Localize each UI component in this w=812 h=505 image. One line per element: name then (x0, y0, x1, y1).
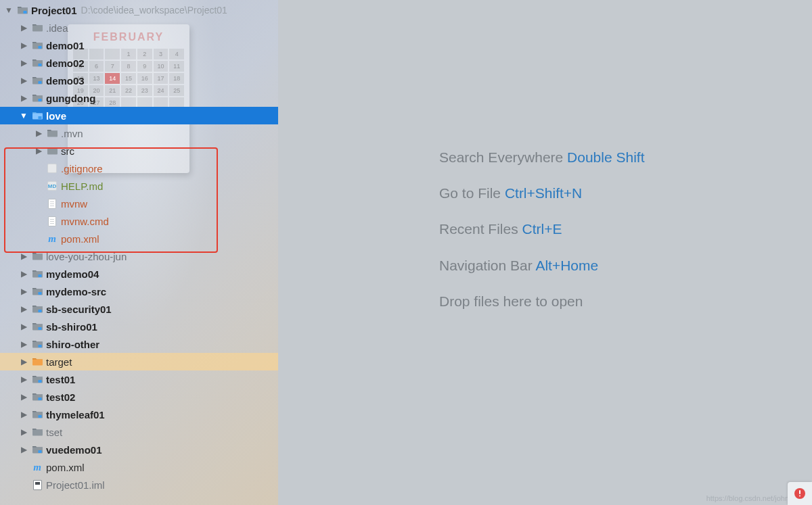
tree-node-label: thymeleaf01 (46, 409, 105, 420)
welcome-tip: Go to File Ctrl+Shift+N (439, 185, 785, 201)
svg-rect-26 (32, 360, 43, 366)
tree-node-label: target (46, 356, 72, 368)
status-error-indicator[interactable] (788, 482, 812, 505)
maven-file-icon: m (31, 461, 43, 473)
module-folder-icon (31, 373, 43, 385)
module-folder-icon (31, 39, 43, 51)
tree-node-vuedemo[interactable]: ▶ vuedemo01 (0, 441, 278, 458)
tree-node-idea[interactable]: ▶ .idea (0, 19, 278, 37)
module-folder-icon (31, 320, 43, 333)
tree-node-demo02[interactable]: ▶ demo02 (0, 54, 278, 72)
project-tree[interactable]: ▼ Project01D:\code\idea_workspace\Projec… (0, 0, 278, 505)
tree-node-shiroother[interactable]: ▶ shiro-other (0, 335, 278, 353)
tree-node-mvn[interactable]: ▶ .mvn (0, 124, 278, 142)
module-folder-icon (31, 285, 43, 297)
expand-toggle[interactable]: ▶ (19, 269, 28, 279)
svg-rect-13 (47, 131, 58, 137)
expand-toggle[interactable]: ▶ (19, 339, 28, 349)
tree-node-sbshiro[interactable]: ▶ sb-shiro01 (0, 318, 278, 335)
tree-node-mydemo04[interactable]: ▶ mydemo04 (0, 265, 278, 283)
tree-node-tset[interactable]: ▶ tset (0, 423, 278, 441)
expand-toggle[interactable]: ▶ (19, 357, 28, 366)
tree-node-demo03[interactable]: ▶ demo03 (0, 72, 278, 89)
svg-rect-30 (38, 398, 41, 400)
tree-node-gungdong[interactable]: ▶ gungdong (0, 89, 278, 107)
tree-node-src[interactable]: ▶ src (0, 142, 278, 160)
tree-node-mvnw[interactable]: ▶mvnw (0, 195, 278, 212)
folder-icon (46, 127, 58, 139)
tree-node-root[interactable]: ▼ Project01D:\code\idea_workspace\Projec… (0, 1, 278, 19)
expand-toggle[interactable]: ▶ (19, 76, 28, 85)
expand-toggle[interactable]: ▶ (19, 410, 28, 419)
tip-shortcut: Ctrl+Shift+N (505, 185, 582, 201)
expand-toggle[interactable]: ▶ (19, 304, 28, 314)
expand-toggle[interactable]: ▶ (19, 251, 28, 261)
svg-rect-6 (38, 64, 41, 66)
tree-node-label: mvnw (61, 198, 87, 210)
project-tree-panel[interactable]: FEBRUARY 1234567891011121314151617181920… (0, 0, 278, 505)
expand-toggle[interactable]: ▶ (19, 23, 28, 32)
tree-node-thyme[interactable]: ▶ thymeleaf01 (0, 406, 278, 423)
editor-empty-area[interactable]: Search Everywhere Double ShiftGo to File… (278, 0, 812, 505)
module-folder-icon (31, 443, 43, 456)
expand-toggle[interactable]: ▶ (19, 58, 28, 68)
tree-node-pom-root[interactable]: ▶mpom.xml (0, 458, 278, 476)
tree-node-mvnwcmd[interactable]: ▶mvnw.cmd (0, 212, 278, 230)
svg-rect-32 (38, 415, 41, 418)
tree-node-loveyou[interactable]: ▶ love-you-zhou-jun (0, 247, 278, 265)
tree-node-mydemosrc[interactable]: ▶ mydemo-src (0, 283, 278, 300)
expand-toggle[interactable]: ▶ (19, 375, 28, 384)
iml-file-icon (31, 479, 43, 491)
tree-node-label: shiro-other (46, 339, 99, 350)
app-root: FEBRUARY 1234567891011121314151617181920… (0, 0, 812, 505)
expand-toggle[interactable]: ▶ (34, 128, 43, 138)
welcome-tip: Search Everywhere Double Shift (439, 149, 785, 166)
error-icon (794, 487, 806, 500)
expand-toggle[interactable]: ▶ (19, 287, 28, 296)
tree-node-label: sb-shiro01 (46, 321, 97, 333)
module-folder-icon (31, 391, 43, 403)
tip-text: Go to File (439, 185, 505, 201)
tree-node-label: pom.xml (46, 462, 85, 473)
expand-toggle[interactable]: ▶ (34, 146, 43, 155)
tip-text: Recent Files (439, 221, 522, 237)
tree-node-label: gungdong (46, 93, 95, 104)
gitignore-file-icon (46, 162, 58, 174)
tree-node-label: demo02 (46, 57, 85, 69)
module-folder-icon (31, 338, 43, 350)
module-folder-icon (31, 92, 43, 104)
tree-node-test01[interactable]: ▶ test01 (0, 370, 278, 388)
tree-node-label: pom.xml (61, 233, 99, 245)
folder-icon (31, 250, 43, 262)
welcome-tip: Drop files here to open (439, 293, 785, 310)
tree-node-sbsec[interactable]: ▶ sb-security01 (0, 300, 278, 318)
tree-node-iml[interactable]: ▶Project01.iml (0, 476, 278, 494)
expand-toggle[interactable]: ▶ (19, 41, 28, 50)
tree-node-test02[interactable]: ▶ test02 (0, 388, 278, 406)
expand-toggle[interactable]: ▶ (19, 427, 28, 437)
tip-text: Search Everywhere (439, 149, 567, 165)
text-file-icon (46, 215, 58, 227)
expand-toggle[interactable]: ▶ (19, 392, 28, 402)
project-path-label: D:\code\idea_workspace\Project01 (81, 5, 227, 16)
tree-node-demo01[interactable]: ▶ demo01 (0, 37, 278, 54)
module-folder-icon (31, 110, 43, 122)
tree-node-label: demo03 (46, 75, 85, 87)
tree-node-pom-love[interactable]: ▶mpom.xml (0, 230, 278, 247)
expand-toggle[interactable]: ▶ (19, 322, 28, 331)
svg-rect-14 (47, 149, 58, 155)
tree-node-love[interactable]: ▼ love (0, 107, 278, 124)
tree-node-label: mvnw.cmd (61, 216, 109, 227)
tree-node-label: src (61, 145, 74, 157)
tree-node-help[interactable]: ▶MDHELP.md (0, 177, 278, 195)
collapse-toggle[interactable]: ▼ (19, 111, 28, 120)
expand-toggle[interactable]: ▶ (19, 445, 28, 454)
svg-rect-25 (38, 345, 41, 347)
expand-toggle[interactable]: ▶ (19, 93, 28, 103)
tree-node-gitignore[interactable]: ▶.gitignore (0, 160, 278, 177)
svg-rect-10 (38, 99, 41, 101)
collapse-toggle[interactable]: ▼ (4, 5, 14, 15)
svg-rect-23 (38, 327, 41, 330)
tree-node-target[interactable]: ▶ target (0, 353, 278, 370)
tree-node-label: test01 (46, 374, 75, 385)
